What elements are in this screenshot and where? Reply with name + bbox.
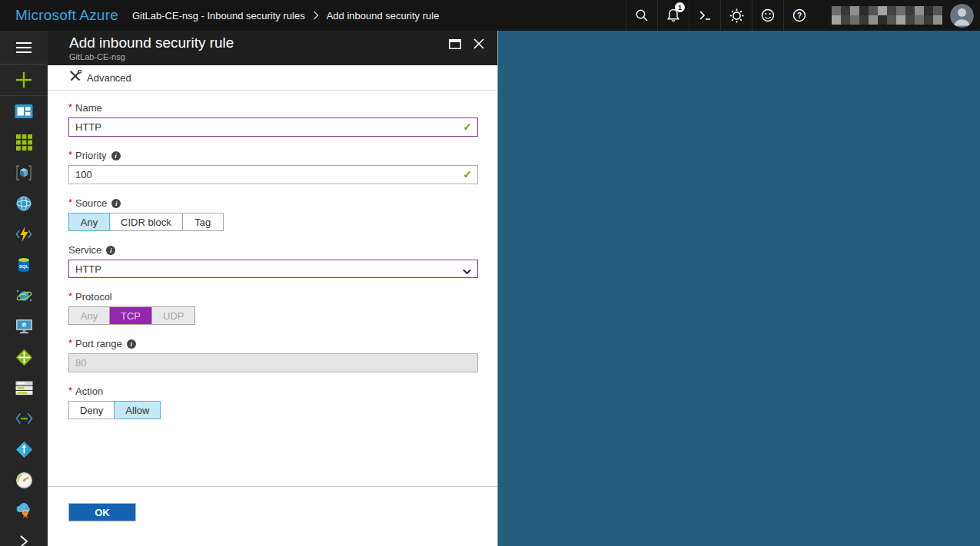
hamburger-menu-icon[interactable] <box>0 31 48 64</box>
breadcrumb: GitLab-CE-nsg - Inbound security rules A… <box>132 10 439 22</box>
sidebar-item-new-plus-icon[interactable] <box>0 65 48 95</box>
breadcrumb-parent[interactable]: GitLab-CE-nsg - Inbound security rules <box>132 10 305 22</box>
priority-input[interactable] <box>68 165 478 184</box>
source-option-cidr-block[interactable]: CIDR block <box>109 213 183 231</box>
info-icon[interactable] <box>111 151 121 160</box>
service-field-group: Service HTTP <box>68 244 497 278</box>
sidebar-item-monitor-gauge-icon[interactable] <box>0 465 48 495</box>
blade-subtitle: GitLab-CE-nsg <box>69 52 497 61</box>
search-icon[interactable] <box>626 0 657 31</box>
add-inbound-security-rule-blade: Add inbound security rule GitLab-CE-nsg … <box>48 31 498 546</box>
feedback-smiley-icon[interactable] <box>752 0 783 31</box>
azure-logo[interactable]: Microsoft Azure <box>15 7 118 24</box>
priority-label: * Priority <box>68 150 497 161</box>
required-asterisk: * <box>68 197 72 208</box>
settings-gear-icon[interactable] <box>720 0 752 31</box>
advanced-button[interactable]: Advanced <box>69 70 131 85</box>
required-asterisk: * <box>68 149 72 160</box>
info-icon[interactable] <box>106 246 115 255</box>
priority-field-group: * Priority <box>68 150 497 184</box>
blade-toolbar: Advanced <box>48 65 497 91</box>
sidebar-item-virtual-networks-icon[interactable] <box>0 403 48 434</box>
redacted-username <box>832 6 942 25</box>
action-label: * Action <box>68 386 497 397</box>
blade-title: Add inbound security rule <box>69 35 497 51</box>
blade-footer: OK <box>48 486 497 546</box>
sidebar-expand-chevron-icon[interactable] <box>0 526 48 546</box>
topbar-right: 1 ? <box>626 0 980 31</box>
protocol-toggle: Any TCP UDP <box>68 306 497 325</box>
name-label: * Name <box>68 102 497 114</box>
sidebar-item-dashboard-icon[interactable] <box>0 96 48 127</box>
notifications-icon[interactable]: 1 <box>657 0 689 31</box>
action-field-group: * Action Deny Allow <box>68 386 497 419</box>
service-selected-value: HTTP <box>75 263 101 275</box>
advanced-label: Advanced <box>87 72 131 84</box>
dashboard-background <box>499 31 980 546</box>
name-field-group: * Name <box>68 102 497 137</box>
info-icon[interactable] <box>127 339 136 349</box>
required-asterisk: * <box>68 101 72 113</box>
left-sidebar: SQL <box>0 31 48 546</box>
sidebar-item-advisor-icon[interactable] <box>0 495 48 526</box>
sidebar-item-azure-active-directory-icon[interactable] <box>0 434 48 465</box>
source-option-tag[interactable]: Tag <box>182 213 224 231</box>
notification-badge: 1 <box>675 2 685 12</box>
ok-button[interactable]: OK <box>68 503 136 521</box>
sidebar-item-sql-databases-icon[interactable]: SQL <box>0 250 48 280</box>
user-avatar[interactable] <box>950 4 974 28</box>
protocol-option-tcp: TCP <box>109 306 152 325</box>
rule-form: * Name * Priority * Source <box>48 91 497 452</box>
required-asterisk: * <box>68 290 72 302</box>
sidebar-item-load-balancers-icon[interactable] <box>0 342 48 372</box>
source-label: * Source <box>68 197 497 209</box>
cloud-shell-icon[interactable] <box>689 0 720 31</box>
action-option-allow[interactable]: Allow <box>114 401 161 419</box>
sidebar-item-function-apps-icon[interactable] <box>0 219 48 250</box>
breadcrumb-chevron-icon <box>313 11 319 20</box>
port-range-field-group: * Port range <box>68 338 497 372</box>
close-blade-icon[interactable] <box>472 37 486 51</box>
protocol-field-group: * Protocol Any TCP UDP <box>68 291 497 325</box>
help-icon[interactable]: ? <box>783 0 815 31</box>
svg-text:?: ? <box>797 12 802 20</box>
maximize-blade-icon[interactable] <box>448 37 462 51</box>
action-toggle: Deny Allow <box>68 401 497 419</box>
action-option-deny[interactable]: Deny <box>68 401 115 419</box>
protocol-option-any: Any <box>68 306 110 325</box>
top-bar: Microsoft Azure GitLab-CE-nsg - Inbound … <box>0 0 980 31</box>
breadcrumb-current: Add inbound security rule <box>327 10 440 22</box>
name-input[interactable] <box>68 117 478 137</box>
chevron-down-icon <box>463 266 471 277</box>
protocol-option-udp: UDP <box>151 306 195 325</box>
svg-text:SQL: SQL <box>19 264 29 269</box>
protocol-label: * Protocol <box>68 291 497 303</box>
required-asterisk: * <box>68 385 72 396</box>
source-field-group: * Source Any CIDR block Tag <box>68 197 497 231</box>
sidebar-item-cosmos-db-icon[interactable] <box>0 280 48 311</box>
source-option-any[interactable]: Any <box>68 213 110 231</box>
blade-header: Add inbound security rule GitLab-CE-nsg <box>48 31 497 65</box>
sidebar-item-app-services-globe-icon[interactable] <box>0 188 48 219</box>
service-label: Service <box>68 244 497 256</box>
sidebar-item-all-resources-grid-icon[interactable] <box>0 127 48 157</box>
service-select[interactable]: HTTP <box>68 260 478 278</box>
sidebar-item-storage-accounts-icon[interactable] <box>0 372 48 403</box>
port-range-input <box>68 353 478 372</box>
port-range-label: * Port range <box>68 338 497 349</box>
source-toggle: Any CIDR block Tag <box>68 213 497 231</box>
sidebar-item-cube-icon[interactable] <box>0 157 48 188</box>
required-asterisk: * <box>68 337 72 349</box>
sidebar-item-virtual-machines-icon[interactable] <box>0 311 48 342</box>
info-icon[interactable] <box>111 199 121 208</box>
tools-icon <box>69 70 81 85</box>
